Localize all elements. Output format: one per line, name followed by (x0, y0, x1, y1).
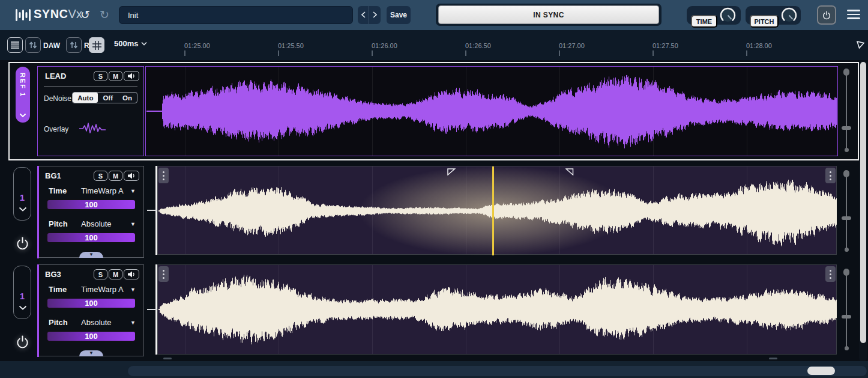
time-amount-value: 100 (85, 299, 98, 308)
follow-playhead-icon[interactable] (855, 40, 865, 50)
time-mode-dropdown[interactable]: TimeWarp A (81, 186, 124, 195)
bg1-power-button[interactable] (16, 235, 29, 252)
dropdown-arrow-icon[interactable]: ▼ (130, 287, 136, 293)
solo-button[interactable]: S (94, 269, 107, 279)
timeline-tick-label: 01:28.00 (746, 42, 772, 49)
pitch-mode-dropdown[interactable]: Absolute (81, 219, 112, 228)
time-label: Time (49, 285, 67, 294)
bg3-waveform[interactable] (158, 266, 837, 353)
dropdown-arrow-icon[interactable]: ▼ (130, 320, 136, 326)
track-fader-rail (846, 73, 847, 150)
power-icon (16, 334, 29, 349)
warp-marker-left[interactable] (447, 168, 456, 175)
denoise-option-on[interactable]: On (118, 93, 137, 103)
timeline-tick-mark (746, 50, 747, 56)
track-fader-thumb[interactable] (842, 315, 851, 319)
ref-waveform-region[interactable] (145, 66, 838, 156)
timeline-tick-mark (653, 50, 654, 56)
time-amount-slider[interactable]: 100 (46, 199, 136, 210)
bg3-waveform-region[interactable] (157, 264, 837, 355)
denoise-option-auto[interactable]: Auto (73, 93, 98, 103)
clip-menu-button[interactable] (158, 266, 169, 282)
clip-menu-button[interactable] (825, 266, 836, 282)
clip-menu-button[interactable] (825, 168, 836, 183)
clip-menu-button[interactable] (158, 168, 169, 183)
ref-waveform[interactable] (146, 67, 837, 155)
save-button[interactable]: Save (387, 6, 411, 24)
pitch-amount-slider[interactable]: 100 (46, 331, 136, 342)
track-fader-top-handle[interactable] (843, 69, 849, 76)
row-resize-handle[interactable] (769, 358, 777, 359)
denoise-label: DeNoise (44, 94, 71, 103)
dropdown-arrow-icon[interactable]: ▼ (130, 221, 136, 227)
bg1-waveform[interactable] (158, 167, 837, 255)
row-resize-handle[interactable] (163, 358, 172, 359)
timeline-tick-label: 01:27.50 (653, 42, 678, 49)
timeline-toolbar: DAW REF 500ms 01:25.0001: (0, 30, 868, 60)
mute-button[interactable]: M (109, 171, 122, 181)
preset-input[interactable] (119, 6, 353, 24)
bg3-power-button[interactable] (16, 334, 29, 350)
timeline-tick-mark (372, 50, 373, 56)
pitch-knob[interactable] (781, 7, 797, 23)
listen-button[interactable] (124, 171, 139, 181)
menu-button[interactable] (846, 10, 861, 20)
horizontal-scrollbar-thumb[interactable] (807, 367, 835, 375)
timeline-tick-label: 01:25.00 (184, 42, 210, 49)
track-fader-thumb[interactable] (842, 216, 851, 220)
timeline-ruler[interactable]: 01:25.0001:25.5001:26.0001:26.5001:27.00… (0, 30, 868, 60)
speaker-icon (128, 73, 136, 79)
redo-button[interactable]: ↻ (100, 7, 109, 23)
pitch-button[interactable]: PITCH (750, 15, 779, 28)
track-fader-thumb[interactable] (842, 126, 851, 130)
time-mode-dropdown[interactable]: TimeWarp A (81, 285, 124, 294)
track-fader-rail (846, 175, 847, 251)
listen-button[interactable] (124, 71, 139, 81)
bg3-group-number: 1 (14, 291, 31, 301)
pitch-label: Pitch (49, 318, 68, 327)
undo-button[interactable]: ↺ (80, 7, 90, 23)
bg3-group-selector[interactable]: 1 (13, 266, 31, 319)
overlay-waveform-icon[interactable] (79, 121, 106, 136)
expand-header-tab[interactable]: ▼ (79, 350, 103, 356)
listen-button[interactable] (124, 269, 139, 279)
bg1-group-selector[interactable]: 1 (13, 167, 31, 221)
mute-button[interactable]: M (109, 269, 122, 279)
preset-nav (358, 6, 381, 24)
ref-group-pill[interactable]: REF 1 (16, 67, 30, 123)
playhead[interactable] (492, 166, 494, 255)
time-amount-slider[interactable]: 100 (46, 297, 136, 309)
speaker-icon (128, 271, 136, 278)
solo-button[interactable]: S (94, 71, 107, 81)
preset-next-button[interactable] (369, 6, 381, 24)
solo-mute-group: S M (94, 269, 139, 279)
track-fader-top-handle[interactable] (843, 269, 849, 276)
vertical-scrollbar-thumb[interactable] (860, 62, 866, 343)
pitch-control: PITCH (746, 6, 801, 25)
timeline-tick-mark (184, 50, 185, 56)
dropdown-arrow-icon[interactable]: ▼ (130, 188, 136, 194)
expand-header-tab[interactable]: ▼ (79, 252, 103, 258)
brand-title: SYNCVx (34, 7, 82, 21)
pitch-amount-slider[interactable]: 100 (46, 232, 136, 243)
pitch-mode-dropdown[interactable]: Absolute (81, 318, 112, 327)
solo-button[interactable]: S (94, 171, 107, 181)
chevron-down-icon (19, 305, 27, 310)
mute-button[interactable]: M (109, 71, 122, 81)
track-fader-top-handle[interactable] (843, 170, 849, 177)
preset-prev-button[interactable] (358, 6, 369, 24)
divider (44, 87, 137, 87)
denoise-option-off[interactable]: Off (98, 93, 118, 103)
chevron-down-icon (19, 207, 27, 212)
time-button[interactable]: TIME (691, 15, 717, 28)
timeline-tick-label: 01:27.00 (559, 42, 585, 49)
pitch-label: Pitch (49, 219, 68, 228)
bypass-power-button[interactable] (817, 5, 836, 25)
time-knob[interactable] (720, 7, 736, 23)
timeline-tick-label: 01:26.50 (465, 42, 491, 49)
timeline-tick-mark (465, 50, 466, 56)
bg1-waveform-region[interactable] (157, 166, 837, 255)
horizontal-scrollbar-track[interactable] (128, 366, 867, 376)
time-amount-value: 100 (85, 200, 98, 209)
warp-marker-right[interactable] (565, 168, 574, 175)
